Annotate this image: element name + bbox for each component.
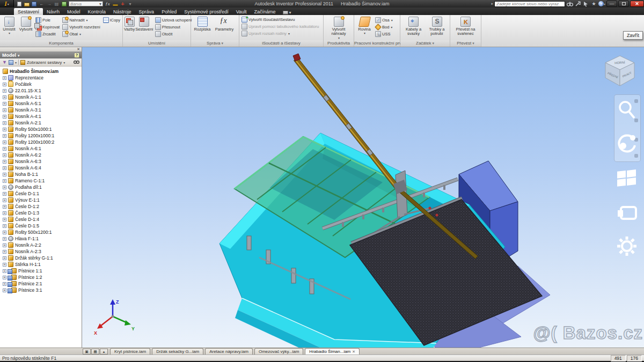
redo-button[interactable]: → [46, 1, 52, 6]
tube-pipe-button[interactable]: Trubky a potrubí [426, 16, 448, 36]
open-button[interactable] [24, 1, 30, 6]
tab-model[interactable]: Model [63, 8, 84, 15]
expander-icon[interactable] [3, 153, 6, 157]
tree-item[interactable]: Nosník A-2:2 [3, 242, 82, 248]
tree-item[interactable]: Rošty 500x1200:1 [3, 229, 82, 235]
favorites-star-icon[interactable]: ★ [590, 1, 597, 7]
new-file-button[interactable] [16, 1, 22, 6]
tree-item[interactable]: Počátek [3, 81, 82, 87]
tree-item[interactable]: Nosník A-2:1 [3, 120, 82, 126]
application-menu-button[interactable]: I▾ [0, 0, 14, 8]
expand-tabs-icon[interactable]: ▴ [100, 349, 108, 354]
tree-item[interactable]: Rošty 1200x1000:1 [3, 132, 82, 139]
expander-icon[interactable] [3, 173, 6, 176]
save-button[interactable] [31, 1, 37, 6]
share-icon[interactable] [615, 133, 639, 156]
view-cube[interactable]: HORNÍ PŘEDNÍ PRAVÝ [602, 53, 638, 89]
tree-item[interactable]: Česle D-1:4 [3, 216, 82, 223]
tree-item[interactable]: 22.01.15-X:1 [3, 87, 82, 94]
tree-item[interactable]: Rošty 1200x1000:2 [3, 139, 82, 145]
expander-icon[interactable] [3, 160, 6, 164]
expander-icon[interactable] [3, 205, 6, 209]
measure-button[interactable] [112, 1, 118, 6]
tree-item[interactable]: Nosník A-5:1 [3, 100, 82, 107]
tree-item[interactable]: Pístnice 2:1 [3, 280, 82, 287]
customize-qat-button[interactable]: ▾ [127, 1, 133, 6]
doc-tab-active[interactable]: Hrabadlo Šiman...iam✕ [305, 348, 360, 354]
create-button[interactable]: Vytvořit [18, 16, 34, 32]
tree-item[interactable]: Hlava F-1:1 [3, 235, 82, 242]
axis-button[interactable]: Osa [374, 17, 394, 24]
expander-icon[interactable] [3, 218, 6, 221]
move-button[interactable]: Přesunout [154, 24, 193, 31]
tree-item[interactable]: Nosník A-2:3 [3, 248, 82, 255]
tree-item[interactable]: Stěrka H-1:1 [3, 261, 82, 268]
tree-item[interactable]: Nosník A-6:4 [3, 165, 82, 171]
expander-icon[interactable] [3, 250, 6, 254]
expander-icon[interactable] [3, 198, 6, 202]
tree-item[interactable]: Nosník A-6:2 [3, 152, 82, 158]
search-icon[interactable] [615, 100, 639, 120]
expander-icon[interactable] [3, 83, 6, 86]
close-tab-icon[interactable]: ✕ [352, 350, 355, 354]
filter-icon[interactable]: ▼ [2, 60, 7, 65]
tab-sprava[interactable]: Správa [135, 8, 158, 15]
create-substitutes-button[interactable]: Vytvořit náhrady [326, 16, 351, 40]
expander-icon[interactable] [3, 231, 6, 234]
parameters-button[interactable]: Parametry [213, 16, 236, 32]
tree-item[interactable]: Rošty 500x1000:1 [3, 126, 82, 132]
tab-zaciname[interactable]: Začínáme [251, 8, 280, 15]
chevron-down-icon[interactable]: ▾ [15, 61, 17, 64]
tree-item[interactable]: Nosník A-4:1 [3, 113, 82, 120]
tree-item[interactable]: Nosník A-6:3 [3, 158, 82, 165]
tree-item-root[interactable]: Hrabadlo Šimanov.iam [3, 68, 82, 75]
find-binoculars-icon[interactable] [74, 60, 79, 65]
expander-icon[interactable] [3, 108, 6, 112]
add-component-button[interactable]: + [120, 1, 126, 6]
graphics-viewport[interactable]: HORNÍ PŘEDNÍ PRAVÝ Z X Y [82, 47, 644, 348]
create-ipart-button[interactable]: Vytvořit iSoučást/iSestavu [240, 16, 296, 23]
mirror-button[interactable]: Zrcadlit [34, 31, 61, 38]
ribbon-display-options[interactable]: ▾ [283, 10, 291, 15]
expander-icon[interactable] [3, 186, 6, 189]
maximize-button[interactable] [618, 1, 629, 7]
doc-tab[interactable]: Kryt pístnice.iam [110, 348, 150, 354]
tree-item[interactable]: Česle D-1:1 [3, 190, 82, 197]
tree-item[interactable]: Reprezentace [3, 75, 82, 81]
chevron-down-icon[interactable]: ▾ [63, 61, 65, 64]
expander-icon[interactable] [3, 115, 6, 119]
browser-help-icon[interactable]: ? [74, 53, 79, 58]
tab-pohled[interactable]: Pohled [158, 8, 180, 15]
help-icon[interactable]: ?▾ [598, 1, 605, 7]
expander-icon[interactable] [3, 269, 6, 273]
tree-item[interactable]: Nosník A-1:1 [3, 94, 82, 100]
tree-item[interactable]: Pístnice 1:1 [3, 268, 82, 274]
expander-icon[interactable] [3, 211, 6, 215]
icopy-button[interactable]: iCopy [102, 17, 121, 24]
expander-icon[interactable] [3, 134, 6, 138]
window-layout-icon[interactable]: ▣ [83, 349, 91, 354]
expander-icon[interactable] [3, 243, 6, 247]
update-button[interactable] [61, 1, 67, 6]
ucs-button[interactable]: USS [374, 31, 394, 38]
tile-windows-icon[interactable]: ▦ [91, 349, 99, 354]
wrench-icon[interactable] [574, 1, 581, 7]
point-button[interactable]: Bod [374, 24, 394, 31]
tab-nastroje[interactable]: Nástroje [109, 8, 135, 15]
tree-item[interactable]: Nosník A-3:1 [3, 107, 82, 113]
close-button[interactable]: ✕ [630, 1, 644, 7]
expander-icon[interactable] [3, 89, 6, 93]
tree-item[interactable]: Pístnice 1:2 [3, 274, 82, 280]
print-button[interactable]: ▤ [54, 1, 60, 6]
cable-harness-button[interactable]: Kabely a svazky [401, 16, 426, 36]
model-canvas[interactable] [82, 47, 644, 348]
devices-icon[interactable] [615, 205, 639, 222]
constrain-button[interactable]: Vazby [124, 16, 135, 32]
plane-button[interactable]: Rovina [355, 16, 374, 35]
expander-icon[interactable] [3, 141, 6, 144]
browser-grab-bar[interactable]: ✕ [0, 47, 82, 51]
doc-tab[interactable]: Aretace nápravy.iam [205, 348, 253, 354]
color-override-combo[interactable]: Barva▾ [69, 1, 103, 6]
tree-item[interactable]: Česle D-1:3 [3, 210, 82, 216]
search-binoculars-icon[interactable] [566, 1, 573, 7]
